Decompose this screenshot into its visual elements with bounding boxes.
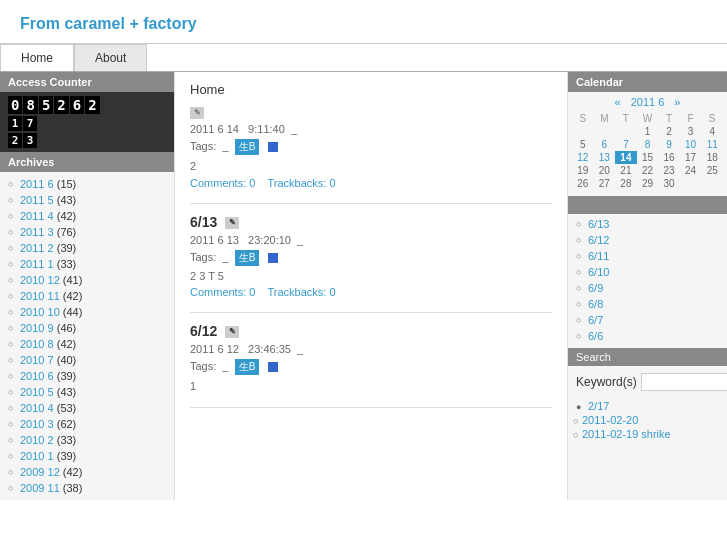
recent-date-item: 6/13 (568, 216, 727, 232)
access-counter-title: Access Counter (0, 72, 174, 92)
cal-day: 30 (658, 177, 680, 190)
archive-item: 2011 2 (39) (0, 240, 174, 256)
cal-th-s: S (572, 112, 594, 125)
archive-item: 2009 11 (38) (0, 480, 174, 496)
digit-2: 2 (54, 96, 68, 114)
cal-day: 23 (658, 164, 680, 177)
post-3-tags: Tags: _ 生B (190, 359, 552, 375)
cal-nav: « 2011 6 » (572, 96, 723, 108)
archive-item: 2010 12 (41) (0, 272, 174, 288)
cal-prev[interactable]: « (615, 96, 621, 108)
archive-item: 2010 11 (42) (0, 288, 174, 304)
cal-year-month: 2011 6 (631, 96, 665, 108)
archive-item: 2010 1 (39) (0, 448, 174, 464)
cal-day: 20 (594, 164, 616, 177)
cal-th-m: M (594, 112, 616, 125)
cal-day (680, 177, 702, 190)
archive-item: 2010 8 (42) (0, 336, 174, 352)
cal-day: 24 (680, 164, 702, 177)
post-2-heading: 6/13 ✎ (190, 214, 552, 230)
digit-0: 0 (8, 96, 22, 114)
cal-th-t2: T (658, 112, 680, 125)
tab-home[interactable]: Home (0, 44, 74, 71)
tab-about[interactable]: About (74, 44, 147, 71)
left-sidebar: Access Counter 0 8 5 2 6 2 1 7 2 3 Archi… (0, 72, 175, 500)
bullet-icon-3[interactable] (268, 362, 278, 372)
archive-item: 2010 2 (33) (0, 432, 174, 448)
post-2-comments: Comments: 0 Trackbacks: 0 (190, 286, 552, 298)
post-1: ✎ 2011 6 14 9:11:40 _ Tags: _ 生B 2 Comme… (190, 105, 552, 204)
recent-date-item: 6/11 (568, 248, 727, 264)
edit-icon-2[interactable]: ✎ (225, 217, 239, 229)
archive-item: 2010 7 (40) (0, 352, 174, 368)
digit-5: 5 (39, 96, 53, 114)
cal-day: 6 (594, 138, 616, 151)
tag-btn-1[interactable]: 生B (235, 139, 260, 155)
post-1-comments: Comments: 0 Trackbacks: 0 (190, 177, 552, 189)
tag-btn-3[interactable]: 生B (235, 359, 260, 375)
cal-day: 21 (615, 164, 637, 177)
cal-day: 5 (572, 138, 594, 151)
digit-7: 7 (23, 116, 37, 131)
cal-day: 11 (701, 138, 723, 151)
right-sidebar: Calendar « 2011 6 » S M T W T F S (567, 72, 727, 500)
archives-list: 2011 6 (15)2011 5 (43)2011 4 (42)2011 3 … (0, 172, 174, 500)
archive-item: 2011 6 (15) (0, 176, 174, 192)
site-title[interactable]: From caramel + factory (20, 15, 197, 32)
archive-item: 2010 10 (44) (0, 304, 174, 320)
cal-next[interactable]: » (674, 96, 680, 108)
access-counter: 0 8 5 2 6 2 1 7 2 3 (0, 92, 174, 152)
cal-th-t1: T (615, 112, 637, 125)
recent-section-link[interactable]: 2/17 (588, 400, 609, 412)
recent-posts-section: 2/17 2011-02-202011-02-19 shrike (568, 399, 727, 441)
post-2-numbers: 2 3 T 5 (190, 270, 552, 282)
search-section-title: Search (568, 348, 727, 366)
post-3-meta: 2011 6 12 23:46:35 _ (190, 343, 552, 355)
cal-th-w: W (637, 112, 659, 125)
main-content: Home ✎ 2011 6 14 9:11:40 _ Tags: _ 生B 2 … (175, 72, 567, 500)
cal-day: 3 (680, 125, 702, 138)
cal-day: 4 (701, 125, 723, 138)
archives-title: Archives (0, 152, 174, 172)
archive-item: 2010 3 (62) (0, 416, 174, 432)
cal-day: 12 (572, 151, 594, 164)
search-input[interactable] (641, 373, 727, 391)
cal-day: 2 (658, 125, 680, 138)
cal-day: 29 (637, 177, 659, 190)
post-2: 6/13 ✎ 2011 6 13 23:20:10 _ Tags: _ 生B 2… (190, 214, 552, 313)
post-1-meta: 2011 6 14 9:11:40 _ (190, 123, 552, 135)
search-keyword-label: Keyword(s) (576, 375, 637, 389)
edit-icon-3[interactable]: ✎ (225, 326, 239, 338)
recent-post-item: 2011-02-19 shrike (568, 427, 727, 441)
post-1-count: 2 (190, 160, 552, 172)
search-section: Keyword(s) Search (568, 366, 727, 395)
recent-date-item: 6/6 (568, 328, 727, 344)
recent-date-item: 6/9 (568, 280, 727, 296)
cal-day: 17 (680, 151, 702, 164)
recent-date-item: 6/8 (568, 296, 727, 312)
cal-day: 19 (572, 164, 594, 177)
archive-item: 2011 1 (33) (0, 256, 174, 272)
digit-3: 3 (23, 133, 37, 148)
digit-2c: 2 (8, 133, 22, 148)
bullet-icon-2[interactable] (268, 253, 278, 263)
cal-day: 13 (594, 151, 616, 164)
cal-day: 15 (637, 151, 659, 164)
digit-2b: 2 (85, 96, 99, 114)
cal-day: 28 (615, 177, 637, 190)
recent-post-item: 2011-02-20 (568, 413, 727, 427)
calendar: « 2011 6 » S M T W T F S 1234 (568, 92, 727, 194)
cal-th-f: F (680, 112, 702, 125)
archive-item: 2009 12 (42) (0, 464, 174, 480)
digit-8: 8 (23, 96, 37, 114)
cal-day: 7 (615, 138, 637, 151)
edit-icon-1[interactable]: ✎ (190, 107, 204, 119)
cal-day: 25 (701, 164, 723, 177)
cal-day: 18 (701, 151, 723, 164)
tag-btn-2[interactable]: 生B (235, 250, 260, 266)
archive-item: 2010 9 (46) (0, 320, 174, 336)
recent-date-group: 2/17 (568, 399, 727, 413)
bullet-icon-1[interactable] (268, 142, 278, 152)
post-1-tags: Tags: _ 生B (190, 139, 552, 155)
archive-item: 2010 6 (39) (0, 368, 174, 384)
